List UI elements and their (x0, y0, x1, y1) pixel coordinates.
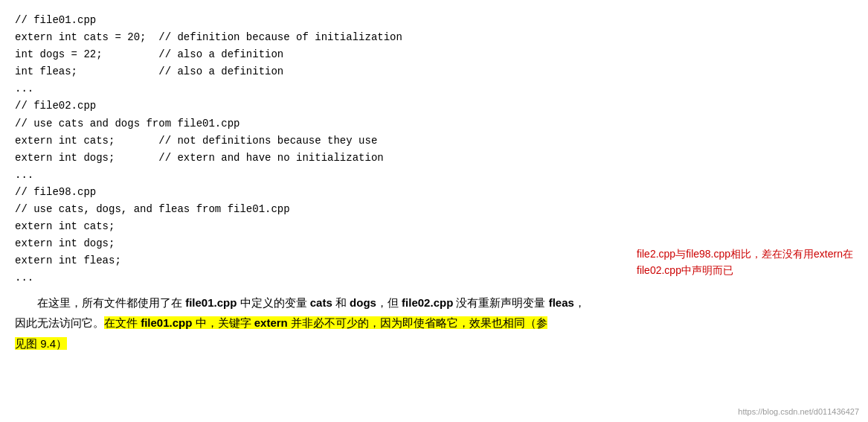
code-line-11: // file98.cpp (15, 184, 853, 201)
annotation-line1: file2.cpp与file98.cpp相比，差在没有用extern在 (637, 248, 853, 260)
prose-line1: 在这里，所有文件都使用了在 file01.cpp 中定义的变量 cats 和 d… (15, 293, 853, 313)
code-line-9: extern int dogs; // extern and have no i… (15, 150, 853, 167)
annotation-box: file2.cpp与file98.cpp相比，差在没有用extern在 file… (637, 246, 853, 279)
code-line-2: extern int cats = 20; // definition beca… (15, 29, 853, 46)
code-line-5: ... (15, 80, 853, 97)
prose-line3: 见图 9.4） (15, 334, 853, 354)
prose-line2: 因此无法访问它。在文件 file01.cpp 中，关键字 extern 并非必不… (15, 313, 853, 333)
code-line-10: ... (15, 167, 853, 184)
code-line-7: // use cats and dogs from file01.cpp (15, 115, 853, 132)
code-line-12: // use cats, dogs, and fleas from file01… (15, 201, 853, 218)
main-container: // file01.cpp extern int cats = 20; // d… (0, 0, 868, 422)
prose-section: 在这里，所有文件都使用了在 file01.cpp 中定义的变量 cats 和 d… (15, 293, 853, 354)
code-line-3: int dogs = 22; // also a definition (15, 46, 853, 63)
code-line-6: // file02.cpp (15, 97, 853, 115)
code-line-13: extern int cats; (15, 218, 853, 235)
code-line-4: int fleas; // also a definition (15, 63, 853, 80)
code-line-1: // file01.cpp (15, 12, 853, 29)
code-line-8: extern int cats; // not definitions beca… (15, 132, 853, 150)
annotation-line2: file02.cpp中声明而已 (637, 264, 733, 276)
watermark: https://blog.csdn.net/d011436427 (738, 407, 859, 416)
